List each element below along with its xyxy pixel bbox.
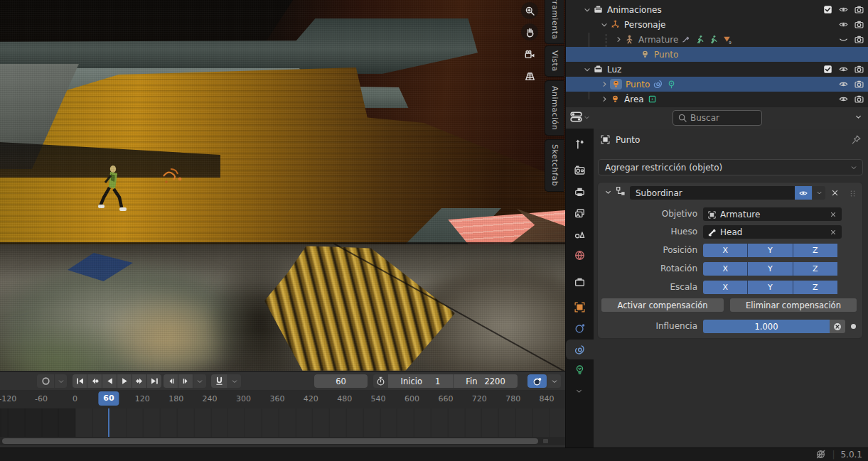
properties-tab-viewlayer[interactable] [566, 203, 594, 223]
influence-slider[interactable]: 1.000 [703, 320, 845, 333]
timeline-scrollbar-thumb[interactable] [2, 438, 538, 444]
axis-toggle-x[interactable]: X [703, 244, 747, 257]
hide-eye-toggle[interactable] [838, 34, 849, 45]
properties-tab-output[interactable] [566, 182, 594, 202]
axis-toggle-x[interactable]: X [703, 262, 747, 276]
playhead[interactable]: 60 [98, 391, 119, 406]
pan-hand-gizmo[interactable] [521, 23, 538, 40]
pin-icon-button[interactable] [851, 134, 862, 145]
play-back-button[interactable] [102, 374, 117, 388]
zoom-in-gizmo[interactable] [521, 2, 538, 19]
expand-chevron[interactable] [599, 20, 610, 30]
axis-toggle-y[interactable]: Y [747, 244, 792, 257]
frame-end-field[interactable]: Fin2200 [453, 374, 518, 388]
target-clear-button[interactable] [829, 210, 837, 219]
hide-eye-toggle[interactable] [838, 94, 849, 104]
panel-expand-chevron[interactable] [604, 187, 613, 197]
playhead-line[interactable] [108, 408, 109, 437]
axis-toggle-x[interactable]: X [703, 281, 747, 294]
expand-chevron[interactable] [599, 80, 610, 89]
outliner-row-animaciones[interactable]: Animaciones [566, 2, 868, 17]
clear-inverse-button[interactable]: Eliminar compensación [730, 298, 857, 312]
jump-last-button[interactable] [146, 374, 161, 388]
render-camera-toggle[interactable] [854, 64, 864, 75]
properties-tab-world[interactable] [566, 245, 594, 265]
expand-chevron[interactable] [582, 5, 593, 15]
axis-toggle-y[interactable]: Y [747, 262, 792, 276]
key-prev-button[interactable] [87, 374, 102, 388]
outliner-row-armature[interactable]: Armature9 [566, 32, 868, 47]
playback-sync-button[interactable] [527, 374, 547, 388]
side-tab-sketchfab[interactable]: Sketchfab [545, 139, 564, 192]
hide-eye-toggle[interactable] [838, 4, 849, 15]
use-preview-range-button[interactable] [373, 374, 388, 388]
axis-toggle-z[interactable]: Z [793, 262, 837, 276]
hide-eye-toggle[interactable] [838, 64, 849, 75]
timeline-track[interactable] [0, 408, 565, 437]
side-tab-animación[interactable]: Animación [545, 80, 564, 136]
properties-tab-collection-tab[interactable] [566, 272, 594, 292]
frame-step-dropdown[interactable] [193, 374, 206, 388]
snap-magnet-button[interactable] [211, 374, 227, 388]
outliner-row-personaje[interactable]: Personaje [566, 17, 868, 32]
header-options-dropdown[interactable] [854, 112, 863, 121]
auto-keyframe-dropdown[interactable] [54, 374, 67, 388]
auto-keyframe-button[interactable] [37, 374, 54, 388]
play-fwd-button[interactable] [117, 374, 132, 388]
constraint-name-field[interactable]: Subordinar [630, 186, 795, 200]
target-field[interactable]: Armature [703, 207, 842, 221]
expand-chevron[interactable] [599, 94, 610, 104]
influence-keyframe-dot[interactable] [851, 324, 856, 329]
outliner-row-área[interactable]: Área [566, 92, 868, 107]
panel-drag-grip[interactable] [848, 188, 857, 198]
frame-back-button[interactable] [164, 374, 178, 388]
viewport-3d[interactable]: HerramientaVistaAnimaciónSketchfab [0, 0, 565, 371]
side-tab-vista[interactable]: Vista [545, 45, 564, 77]
selectable-checkbox[interactable] [823, 64, 833, 75]
hide-eye-toggle[interactable] [838, 79, 849, 90]
axis-toggle-z[interactable]: Z [793, 281, 837, 294]
properties-tab-object[interactable] [566, 297, 594, 317]
tab-column-overflow-chevron[interactable] [574, 386, 584, 396]
bone-field[interactable]: Head [703, 225, 842, 239]
properties-tab-tool[interactable] [566, 134, 594, 154]
render-camera-toggle[interactable] [854, 94, 864, 104]
search-input[interactable]: Buscar [673, 110, 762, 126]
influence-clear-button[interactable] [830, 320, 845, 333]
current-frame-field[interactable]: 60 [314, 374, 368, 388]
axis-toggle-z[interactable]: Z [793, 244, 837, 257]
expand-chevron[interactable] [582, 65, 593, 75]
frame-forward-button[interactable] [178, 374, 193, 388]
editor-type-button[interactable] [569, 110, 591, 124]
set-inverse-button[interactable]: Activar compensación [601, 298, 724, 312]
hide-eye-toggle[interactable] [838, 19, 849, 30]
outliner-row-luz[interactable]: Luz [566, 62, 868, 77]
axis-toggle-y[interactable]: Y [747, 281, 792, 294]
sync-dropdown[interactable] [547, 374, 561, 388]
outliner-row-punto[interactable]: Punto [566, 47, 868, 62]
render-camera-toggle[interactable] [854, 34, 864, 45]
timeline-ruler[interactable]: -120-60012018024030036042048054060066072… [0, 390, 565, 409]
properties-tab-physics[interactable] [566, 318, 594, 338]
jump-first-button[interactable] [73, 374, 87, 388]
snap-dropdown[interactable] [227, 374, 241, 388]
key-next-button[interactable] [132, 374, 146, 388]
grid-ortho-gizmo[interactable] [521, 67, 538, 85]
constraint-extras-dropdown[interactable] [813, 186, 825, 200]
render-camera-toggle[interactable] [854, 19, 864, 30]
frame-start-field[interactable]: Inicio1 [388, 374, 453, 388]
properties-tab-scene[interactable] [566, 224, 594, 244]
constraint-enable-eye-toggle[interactable] [795, 186, 812, 200]
render-camera-toggle[interactable] [854, 79, 864, 90]
bone-clear-button[interactable] [829, 227, 837, 237]
side-tab-herramienta[interactable]: Herramienta [545, 0, 564, 44]
properties-tab-data-bulb[interactable] [566, 359, 594, 379]
properties-tab-constraint-tab[interactable] [566, 340, 594, 359]
expand-chevron[interactable] [613, 35, 624, 44]
timeline-resize-grip[interactable] [543, 439, 548, 443]
render-camera-toggle[interactable] [854, 4, 864, 15]
camera-view-gizmo[interactable] [521, 46, 538, 63]
constraint-delete-button[interactable] [830, 188, 840, 197]
properties-tab-render[interactable] [566, 160, 594, 180]
add-constraint-dropdown[interactable]: Agregar restricción (objeto) [598, 159, 863, 175]
